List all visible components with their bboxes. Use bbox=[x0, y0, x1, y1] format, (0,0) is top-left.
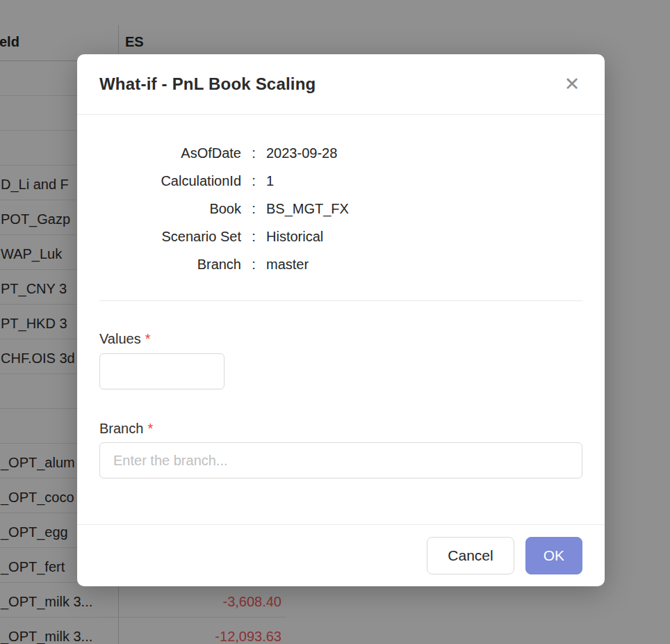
dialog-header: What-if - PnL Book Scaling ✕ bbox=[77, 54, 605, 115]
close-button[interactable]: ✕ bbox=[560, 72, 584, 96]
info-row-scenarioset: Scenario Set : Historical bbox=[99, 223, 582, 250]
info-separator: : bbox=[241, 257, 266, 273]
info-separator: : bbox=[241, 229, 266, 245]
whatif-dialog: What-if - PnL Book Scaling ✕ AsOfDate : … bbox=[77, 54, 605, 586]
info-label: Book bbox=[99, 201, 241, 217]
page: eld ES D_Li and F POT_Gazp WAP_Luk PT_CN… bbox=[0, 0, 670, 644]
info-label: CalculationId bbox=[99, 173, 241, 189]
info-separator: : bbox=[241, 201, 266, 217]
branch-label-text: Branch bbox=[99, 421, 143, 436]
close-icon: ✕ bbox=[564, 74, 580, 95]
info-value: BS_MGT_FX bbox=[266, 201, 582, 217]
dialog-footer: Cancel OK bbox=[77, 524, 605, 586]
info-value: 1 bbox=[266, 173, 582, 189]
info-row-asofdate: AsOfDate : 2023-09-28 bbox=[99, 139, 582, 167]
info-value: 2023-09-28 bbox=[266, 145, 582, 161]
info-value: master bbox=[266, 257, 582, 273]
section-divider bbox=[99, 300, 582, 301]
required-asterisk: * bbox=[145, 331, 151, 346]
info-value: Historical bbox=[266, 229, 582, 245]
info-separator: : bbox=[241, 145, 266, 161]
info-row-branch: Branch : master bbox=[99, 250, 582, 278]
info-row-calculationid: CalculationId : 1 bbox=[99, 167, 582, 195]
values-input[interactable] bbox=[99, 353, 224, 389]
dialog-title: What-if - PnL Book Scaling bbox=[99, 74, 316, 94]
info-label: AsOfDate bbox=[99, 145, 241, 161]
branch-input[interactable] bbox=[99, 442, 582, 478]
cancel-button[interactable]: Cancel bbox=[427, 537, 514, 574]
branch-field-label: Branch* bbox=[99, 419, 582, 437]
info-label: Branch bbox=[99, 257, 241, 273]
info-separator: : bbox=[241, 173, 266, 189]
info-list: AsOfDate : 2023-09-28 CalculationId : 1 … bbox=[99, 139, 582, 278]
ok-button[interactable]: OK bbox=[525, 537, 582, 574]
dialog-body: AsOfDate : 2023-09-28 CalculationId : 1 … bbox=[77, 115, 605, 524]
required-asterisk: * bbox=[147, 421, 153, 436]
values-field-label: Values* bbox=[99, 330, 582, 348]
info-row-book: Book : BS_MGT_FX bbox=[99, 195, 582, 223]
values-label-text: Values bbox=[99, 331, 141, 346]
info-label: Scenario Set bbox=[99, 229, 241, 245]
